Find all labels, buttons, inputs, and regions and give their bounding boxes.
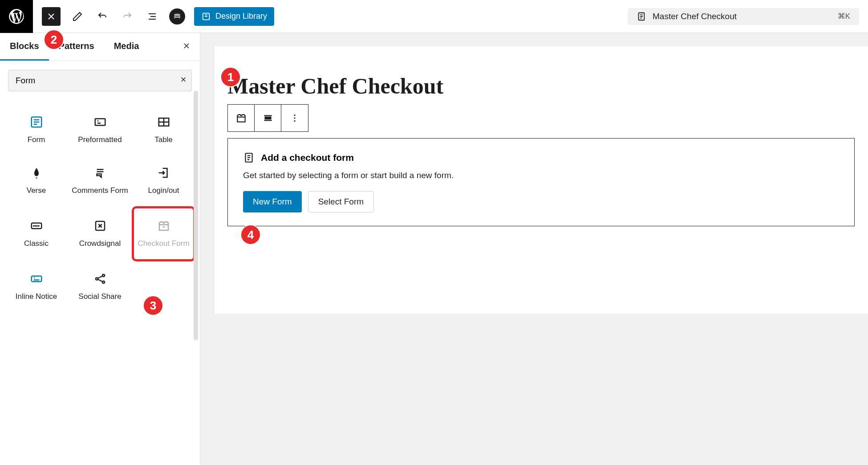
page-title[interactable]: Master Chef Checkout <box>227 73 855 99</box>
svg-point-8 <box>37 226 37 226</box>
block-more-button[interactable] <box>281 105 308 131</box>
tab-blocks[interactable]: Blocks <box>0 33 49 61</box>
design-library-label: Design Library <box>215 12 267 21</box>
table-icon <box>157 115 170 129</box>
crowdsignal-icon <box>93 219 107 232</box>
svg-point-20 <box>294 120 295 122</box>
annotation-badge-2: 2 <box>44 29 64 50</box>
block-item-table[interactable]: Table <box>132 105 195 155</box>
svg-point-13 <box>96 278 98 280</box>
block-item-inline-notice[interactable]: Inline Notice <box>4 261 68 312</box>
block-item-comments-form[interactable]: Comments Form <box>68 155 132 206</box>
checkout-form-placeholder: Add a checkout form Get started by selec… <box>227 138 855 226</box>
svg-point-9 <box>38 226 39 226</box>
document-bar[interactable]: Master Chef Checkout ⌘K <box>628 8 859 25</box>
undo-button[interactable] <box>94 8 110 24</box>
verse-icon <box>30 166 43 179</box>
select-form-button[interactable]: Select Form <box>308 191 374 212</box>
block-search <box>8 70 192 91</box>
checkout-form-icon <box>157 219 170 232</box>
block-item-crowdsignal[interactable]: Crowdsignal <box>68 206 132 261</box>
new-form-button[interactable]: New Form <box>243 191 302 212</box>
inserter-tabs: Blocks Patterns Media <box>0 33 200 61</box>
block-item-preformatted[interactable]: Preformatted <box>68 105 132 155</box>
svg-rect-16 <box>237 117 245 122</box>
preformatted-icon <box>93 115 107 129</box>
checkout-placeholder-icon <box>243 152 255 163</box>
sidebar-scrollbar[interactable] <box>194 91 198 340</box>
block-results-grid: Form Preformatted Table Verse Comments F… <box>0 96 200 321</box>
social-share-icon <box>93 272 107 286</box>
classic-icon <box>30 219 43 232</box>
comments-form-icon <box>93 166 107 179</box>
svg-point-6 <box>33 226 34 226</box>
inline-notice-icon <box>30 272 43 286</box>
annotation-badge-4: 4 <box>240 224 261 245</box>
document-title: Master Chef Checkout <box>653 12 737 21</box>
svg-point-18 <box>294 114 295 116</box>
block-item-classic[interactable]: Classic <box>4 206 68 261</box>
form-icon <box>30 115 43 129</box>
wordpress-logo[interactable] <box>0 0 33 33</box>
block-item-login-out[interactable]: Login/out <box>132 155 195 206</box>
block-item-checkout-form[interactable]: Checkout Form <box>132 206 195 261</box>
design-library-button[interactable]: Design Library <box>194 7 274 26</box>
block-type-button[interactable] <box>228 105 255 131</box>
block-item-social-share[interactable]: Social Share <box>68 261 132 312</box>
annotation-badge-1: 1 <box>220 67 241 87</box>
block-item-form[interactable]: Form <box>4 105 68 155</box>
svg-rect-12 <box>31 276 41 282</box>
top-toolbar: Design Library Master Chef Checkout ⌘K <box>0 0 868 33</box>
svg-rect-3 <box>95 119 105 126</box>
placeholder-title: Add a checkout form <box>261 152 354 163</box>
search-input[interactable] <box>8 70 192 91</box>
annotation-badge-3: 3 <box>143 295 163 316</box>
block-inserter-panel: Blocks Patterns Media Form Preformatte <box>0 33 200 465</box>
redo-button[interactable] <box>119 8 135 24</box>
svg-point-7 <box>35 226 35 226</box>
svg-point-19 <box>294 117 295 118</box>
svg-point-15 <box>102 281 105 283</box>
document-overview-button[interactable] <box>144 8 160 24</box>
page-icon <box>637 12 646 21</box>
block-toolbar <box>227 104 308 132</box>
svg-rect-17 <box>265 117 271 119</box>
block-item-verse[interactable]: Verse <box>4 155 68 206</box>
keyboard-shortcut: ⌘K <box>838 12 850 21</box>
block-align-button[interactable] <box>255 105 281 131</box>
close-inserter-icon[interactable] <box>173 41 200 53</box>
tab-media[interactable]: Media <box>104 33 149 61</box>
login-icon <box>157 166 170 179</box>
close-inserter-button[interactable] <box>42 7 61 26</box>
surecart-icon[interactable] <box>169 8 185 24</box>
edit-tool-button[interactable] <box>69 8 85 24</box>
clear-search-icon[interactable] <box>179 76 187 86</box>
svg-point-14 <box>102 274 105 277</box>
editor-canvas-area: Master Chef Checkout Add a checkout form… <box>200 33 868 465</box>
placeholder-description: Get started by selecting a form or start… <box>243 171 839 180</box>
